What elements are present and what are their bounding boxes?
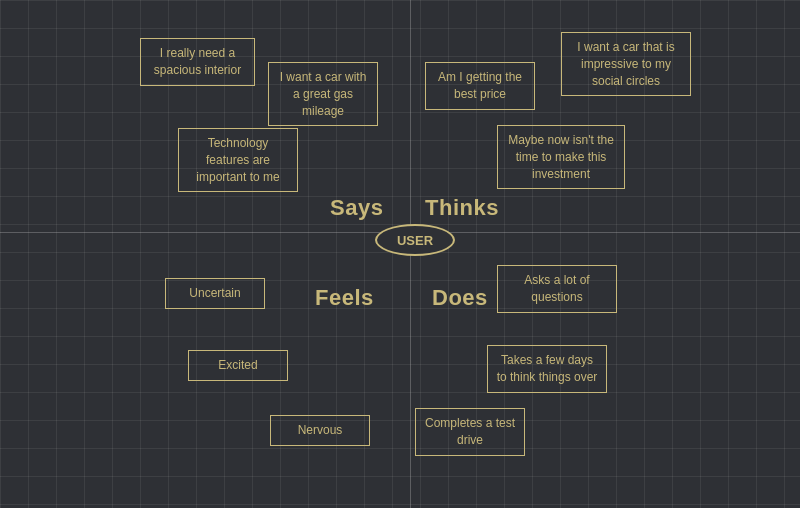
box11: Takes a few days to think things over: [487, 345, 607, 393]
box1: I really need a spacious interior: [140, 38, 255, 86]
thinks-label: Thinks: [425, 195, 499, 221]
box7: Uncertain: [165, 278, 265, 309]
box3: Am I getting the best price: [425, 62, 535, 110]
user-label: USER: [397, 233, 433, 248]
box6: Maybe now isn't the time to make this in…: [497, 125, 625, 189]
box9: Nervous: [270, 415, 370, 446]
box8: Excited: [188, 350, 288, 381]
box2: I want a car with a great gas mileage: [268, 62, 378, 126]
box5: Technology features are important to me: [178, 128, 298, 192]
box10: Asks a lot of questions: [497, 265, 617, 313]
feels-label: Feels: [315, 285, 374, 311]
does-label: Does: [432, 285, 488, 311]
user-oval: USER: [375, 224, 455, 256]
says-label: Says: [330, 195, 383, 221]
box12: Completes a test drive: [415, 408, 525, 456]
box4: I want a car that is impressive to my so…: [561, 32, 691, 96]
